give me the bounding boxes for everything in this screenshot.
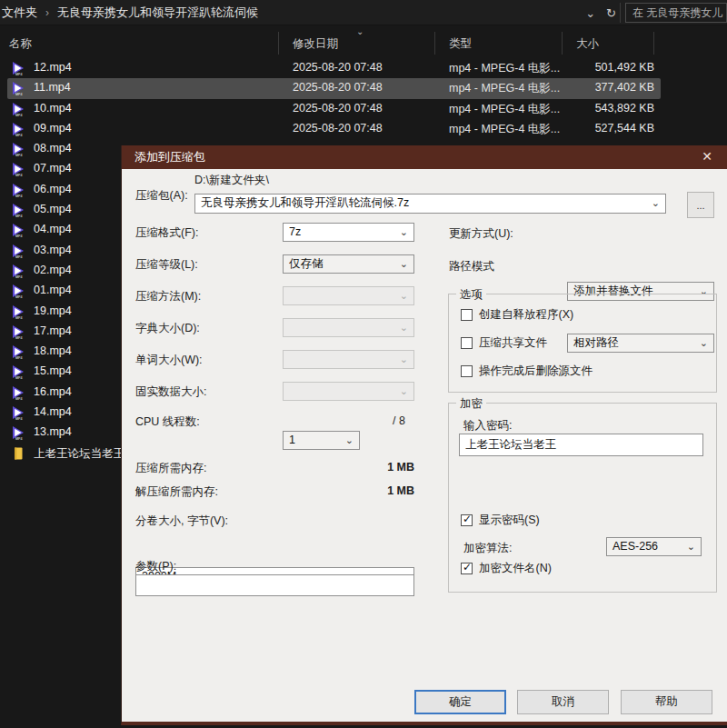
- field-label: 压缩格式(F):: [135, 225, 198, 241]
- breadcrumb-separator-icon: ›: [45, 6, 49, 19]
- svg-text:MP4: MP4: [15, 154, 22, 157]
- yellow-file-icon: [11, 446, 25, 461]
- column-header-row: 名称 修改日期 ⌄ 类型 大小: [0, 25, 727, 58]
- column-divider[interactable]: [562, 32, 563, 55]
- mp4-video-icon: MP4: [11, 142, 25, 156]
- address-dropdown-chevron-icon[interactable]: ⌄: [585, 6, 595, 20]
- field-label: 压缩方法(M):: [135, 289, 201, 304]
- svg-text:MP4: MP4: [15, 194, 22, 197]
- svg-text:MP4: MP4: [15, 356, 22, 360]
- file-name: 15.mp4: [34, 364, 72, 377]
- field-label: 单词大小(W):: [135, 353, 203, 368]
- option-row[interactable]: 压缩共享文件: [461, 335, 727, 351]
- breadcrumb-folder[interactable]: 无良母亲携女儿和领导开淫趴轮流伺候: [57, 5, 258, 21]
- svg-text:MP4: MP4: [15, 113, 22, 116]
- address-bar: 文件夹 › 无良母亲携女儿和领导开淫趴轮流伺候 ⌄ ↻: [0, 0, 727, 25]
- file-date: 2025-08-20 07:48: [293, 61, 383, 74]
- options-checkbox-list: 创建自释放程序(X) 压缩共享文件 操作完成后删除源文件: [449, 307, 716, 379]
- dialog-body: 压缩包(A): D:\新建文件夹\ 无良母亲携女儿和领导开淫趴轮流伺候.7z .…: [122, 169, 727, 722]
- file-name: 07.mp4: [34, 162, 72, 175]
- field-combobox[interactable]: 仅存储: [283, 254, 414, 274]
- ok-button-label: 确定: [449, 694, 472, 710]
- mp4-video-icon: MP4: [11, 324, 25, 339]
- breadcrumb-root[interactable]: 文件夹: [2, 5, 37, 21]
- options-group: 选项 创建自释放程序(X) 压缩共享文件: [448, 294, 717, 393]
- archive-name-combobox[interactable]: 无良母亲携女儿和领导开淫趴轮流伺候.7z: [194, 194, 666, 214]
- file-name: 08.mp4: [34, 142, 72, 155]
- file-name: 09.mp4: [34, 122, 72, 135]
- file-row[interactable]: MP4 11.mp4 2025-08-20 07:48 mp4 - MPEG-4…: [7, 78, 661, 98]
- file-date: 2025-08-20 07:48: [293, 122, 383, 135]
- ok-button[interactable]: 确定: [414, 690, 506, 714]
- field-row: 字典大小(D):: [135, 318, 414, 337]
- encrypt-filenames-checkbox[interactable]: [461, 563, 473, 574]
- field-row: 压缩等级(L): 仅存储: [135, 254, 414, 274]
- field-row: 单词大小(W):: [135, 350, 414, 369]
- field-combobox[interactable]: [283, 286, 414, 305]
- encryption-method-combobox[interactable]: AES-256: [606, 537, 702, 556]
- sort-indicator-icon: ⌄: [356, 26, 364, 36]
- file-name: 05.mp4: [34, 203, 72, 215]
- memory-compress-value: 1 MB: [135, 461, 414, 474]
- dialog-title-bar[interactable]: 添加到压缩包 ✕: [122, 145, 727, 169]
- checkbox[interactable]: [461, 337, 473, 349]
- file-name: 13.mp4: [34, 425, 72, 438]
- column-header-date[interactable]: 修改日期: [293, 36, 338, 52]
- column-divider[interactable]: [434, 32, 435, 55]
- checkbox[interactable]: [461, 365, 473, 377]
- field-combobox[interactable]: [283, 382, 414, 401]
- file-size: 377,402 KB: [512, 81, 654, 94]
- checkbox-label: 操作完成后删除源文件: [479, 364, 593, 379]
- svg-text:MP4: MP4: [15, 234, 22, 238]
- mp4-video-icon: MP4: [11, 102, 25, 116]
- field-combobox[interactable]: 7z: [283, 223, 414, 242]
- mp4-video-icon: MP4: [11, 385, 25, 400]
- checkbox[interactable]: [461, 309, 473, 321]
- cancel-button[interactable]: 取消: [517, 690, 609, 714]
- field-label: 字典大小(D):: [135, 321, 200, 336]
- help-button-label: 帮助: [655, 694, 678, 710]
- column-divider[interactable]: [653, 32, 654, 55]
- encryption-group: 加密 输入密码: 显示密码(S) 加密算法: AES-256 加密文件名(N): [448, 403, 717, 593]
- mp4-video-icon: MP4: [11, 122, 25, 136]
- file-name: 04.mp4: [34, 223, 72, 235]
- memory-decompress-value: 1 MB: [135, 484, 414, 497]
- option-row[interactable]: 操作完成后删除源文件: [461, 364, 727, 379]
- file-row[interactable]: MP4 10.mp4 2025-08-20 07:48 mp4 - MPEG-4…: [7, 99, 661, 119]
- file-row[interactable]: MP4 12.mp4 2025-08-20 07:48 mp4 - MPEG-4…: [7, 58, 661, 78]
- field-value: 7z: [289, 225, 301, 238]
- archive-name-value: 无良母亲携女儿和领导开淫趴轮流伺候.7z: [201, 196, 409, 209]
- encryption-method-label: 加密算法:: [463, 541, 512, 556]
- field-row: 压缩格式(F): 7z: [135, 223, 414, 242]
- field-combobox[interactable]: [283, 350, 414, 369]
- search-input[interactable]: [625, 3, 727, 23]
- field-combobox[interactable]: [283, 318, 414, 337]
- option-row[interactable]: 创建自释放程序(X): [461, 307, 727, 323]
- mp4-video-icon: MP4: [11, 264, 25, 278]
- browse-button[interactable]: ...: [687, 192, 714, 218]
- mp4-video-icon: MP4: [11, 244, 25, 258]
- file-name: 16.mp4: [34, 385, 72, 398]
- show-password-checkbox[interactable]: [461, 514, 473, 526]
- parameters-input[interactable]: [135, 574, 414, 596]
- file-row[interactable]: MP4 09.mp4 2025-08-20 07:48 mp4 - MPEG-4…: [7, 119, 661, 139]
- update-mode-label: 更新方式(U):: [449, 226, 513, 242]
- dialog-title: 添加到压缩包: [134, 149, 205, 165]
- column-header-type[interactable]: 类型: [449, 36, 472, 52]
- svg-text:MP4: MP4: [15, 396, 22, 400]
- refresh-icon[interactable]: ↻: [606, 6, 616, 20]
- help-button[interactable]: 帮助: [621, 690, 712, 714]
- cpu-threads-combobox[interactable]: 1: [283, 431, 360, 450]
- encrypt-filenames-label: 加密文件名(N): [479, 561, 552, 576]
- password-input[interactable]: [459, 434, 703, 456]
- password-label: 输入密码:: [463, 418, 512, 434]
- column-header-name[interactable]: 名称: [9, 36, 32, 52]
- show-password-row[interactable]: 显示密码(S): [461, 513, 540, 528]
- cpu-threads-total: / 8: [393, 414, 405, 427]
- column-divider[interactable]: [278, 32, 279, 55]
- close-icon[interactable]: ✕: [702, 149, 712, 164]
- file-explorer-window: 文件夹 › 无良母亲携女儿和领导开淫趴轮流伺候 ⌄ ↻ 名称 修改日期 ⌄ 类型…: [0, 0, 727, 728]
- file-name: 11.mp4: [34, 81, 71, 94]
- column-header-size[interactable]: 大小: [576, 36, 599, 52]
- encrypt-filenames-row[interactable]: 加密文件名(N): [461, 561, 552, 576]
